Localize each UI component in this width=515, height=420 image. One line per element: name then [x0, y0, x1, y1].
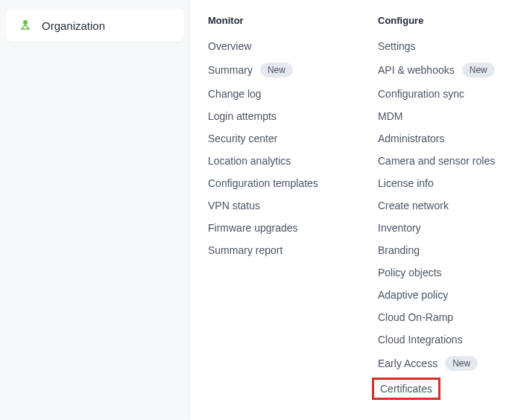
main-container: Organization Monitor OverviewSummaryNewC…: [0, 0, 515, 420]
monitor-item-summary[interactable]: SummaryNew: [208, 57, 342, 83]
menu-item-label: API & webhooks: [378, 64, 455, 76]
monitor-item-security-center[interactable]: Security center: [208, 127, 342, 150]
configure-item-early-access[interactable]: Early AccessNew: [378, 351, 497, 376]
configure-item-certificates[interactable]: Certificates: [372, 378, 440, 400]
monitor-item-overview[interactable]: Overview: [208, 35, 342, 57]
new-badge: New: [445, 356, 478, 371]
sidebar: Organization: [0, 0, 190, 420]
menu-item-label: Administrators: [378, 133, 444, 144]
monitor-column: Monitor OverviewSummaryNewChange logLogi…: [208, 15, 342, 405]
organization-icon: [18, 18, 33, 33]
sidebar-item-organization[interactable]: Organization: [6, 9, 184, 42]
menu-item-label: Firmware upgrades: [208, 222, 298, 234]
menu-item-label: VPN status: [208, 200, 260, 211]
monitor-item-vpn-status[interactable]: VPN status: [208, 194, 342, 217]
menu-item-label: Configuration templates: [208, 177, 318, 189]
configure-item-license-info[interactable]: License info: [378, 172, 497, 194]
configure-item-configuration-sync[interactable]: Configuration sync: [378, 83, 497, 105]
menu-item-label: Policy objects: [378, 267, 442, 279]
menu-item-label: Login attempts: [208, 110, 277, 122]
menu-item-label: Create network: [378, 200, 449, 211]
monitor-item-firmware-upgrades[interactable]: Firmware upgrades: [208, 217, 342, 239]
configure-item-cloud-integrations[interactable]: Cloud Integrations: [378, 328, 497, 351]
menu-item-label: Early Access: [378, 357, 437, 369]
sidebar-item-label: Organization: [42, 19, 105, 32]
new-badge: New: [462, 63, 495, 77]
configure-item-adaptive-policy[interactable]: Adaptive policy: [378, 284, 497, 306]
monitor-item-configuration-templates[interactable]: Configuration templates: [208, 172, 342, 194]
configure-item-administrators[interactable]: Administrators: [378, 127, 497, 150]
new-badge: New: [260, 63, 293, 77]
menu-item-label: Summary: [208, 64, 253, 76]
configure-column: Configure SettingsAPI & webhooksNewConfi…: [378, 15, 497, 405]
configure-item-api-webhooks[interactable]: API & webhooksNew: [378, 57, 497, 83]
menu-item-label: Inventory: [378, 222, 421, 234]
menu-item-label: License info: [378, 177, 434, 189]
configure-item-cloud-on-ramp[interactable]: Cloud On-Ramp: [378, 306, 497, 328]
configure-item-create-network[interactable]: Create network: [378, 194, 497, 217]
configure-item-branding[interactable]: Branding: [378, 239, 497, 261]
configure-header: Configure: [378, 15, 497, 26]
monitor-item-login-attempts[interactable]: Login attempts: [208, 105, 342, 127]
menu-item-label: Camera and sensor roles: [378, 155, 495, 167]
menu-item-label: Security center: [208, 133, 277, 144]
monitor-item-location-analytics[interactable]: Location analytics: [208, 150, 342, 172]
menu-item-label: Cloud On-Ramp: [378, 311, 453, 323]
menu-item-label: Branding: [378, 244, 420, 256]
configure-item-settings[interactable]: Settings: [378, 35, 497, 57]
menu-item-label: Change log: [208, 88, 262, 100]
menu-item-label: Summary report: [208, 244, 282, 256]
menu-item-label: Settings: [378, 40, 416, 52]
menu-item-label: Certificates: [380, 383, 432, 395]
monitor-item-summary-report[interactable]: Summary report: [208, 239, 342, 261]
monitor-header: Monitor: [208, 15, 342, 26]
menu-item-label: Adaptive policy: [378, 289, 448, 301]
configure-item-camera-and-sensor-roles[interactable]: Camera and sensor roles: [378, 150, 497, 172]
menu-item-label: MDM: [378, 110, 402, 122]
dropdown-panel: Monitor OverviewSummaryNewChange logLogi…: [190, 0, 515, 420]
menu-item-label: Cloud Integrations: [378, 334, 463, 346]
configure-item-inventory[interactable]: Inventory: [378, 217, 497, 239]
menu-item-label: Overview: [208, 40, 251, 52]
configure-item-mdm[interactable]: MDM: [378, 105, 497, 127]
configure-item-policy-objects[interactable]: Policy objects: [378, 261, 497, 284]
monitor-item-change-log[interactable]: Change log: [208, 83, 342, 105]
menu-item-label: Location analytics: [208, 155, 291, 167]
menu-item-label: Configuration sync: [378, 88, 464, 100]
